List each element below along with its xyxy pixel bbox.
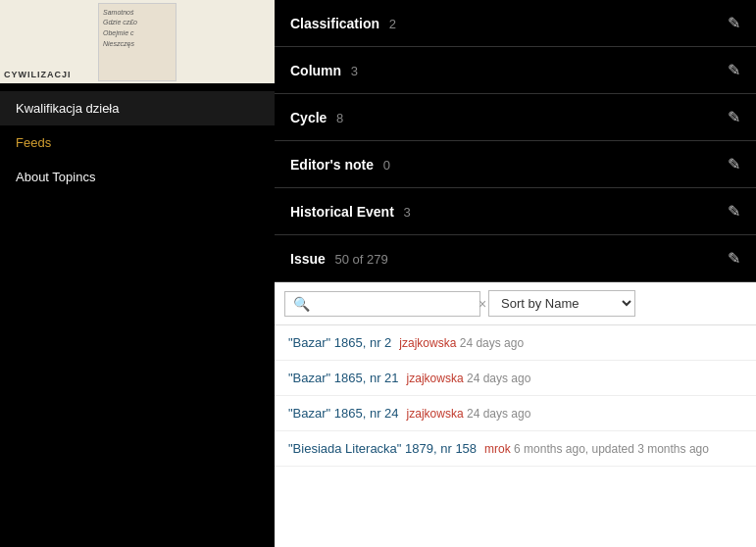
list-item-username: mrok [484,442,511,456]
list-item-meta: jzajkowska 24 days ago [407,407,531,421]
list-item-username: jzajkowska [399,336,456,350]
search-bar: 🔍 × Sort by Name Sort by Date Sort by Co… [275,282,756,325]
classification-row-label-historical-event: Historical Event 3 [290,204,411,220]
book-line-3: Obejmie c [103,28,172,38]
list-item-meta: jzajkowska 24 days ago [407,372,531,385]
edit-icon-cycle[interactable]: ✎ [728,108,740,126]
classification-row-classification[interactable]: Classification 2 ✎ [275,0,756,47]
classification-list: Classification 2 ✎ Column 3 ✎ Cycle 8 ✎ … [275,0,756,282]
list-item[interactable]: "Bazar" 1865, nr 21 jzajkowska 24 days a… [275,361,756,396]
classification-row-label-editors-note: Editor's note 0 [290,157,390,173]
list-item[interactable]: "Bazar" 1865, nr 24 jzajkowska 24 days a… [275,396,756,431]
list-item-time: 24 days ago [467,372,530,385]
sort-select[interactable]: Sort by Name Sort by Date Sort by Count [488,290,635,317]
list-item-time: 24 days ago [467,407,530,421]
classification-row-column[interactable]: Column 3 ✎ [275,47,756,94]
list-item-meta: mrok 6 months ago, updated 3 months ago [484,442,709,456]
book-cover: Samotnoś Gdzie cz£o Obejmie c Nieszczęs … [0,0,275,83]
list-item[interactable]: "Biesiada Literacka" 1879, nr 158 mrok 6… [275,431,756,467]
sidebar-item-about[interactable]: About Topincs [0,160,275,194]
edit-icon-issue[interactable]: ✎ [728,249,740,268]
list-item-time: 6 months ago, updated 3 months ago [514,442,709,456]
list-item-title: "Bazar" 1865, nr 24 [288,406,399,421]
classification-row-historical-event[interactable]: Historical Event 3 ✎ [275,188,756,235]
classification-row-cycle[interactable]: Cycle 8 ✎ [275,94,756,141]
edit-icon-column[interactable]: ✎ [728,61,740,79]
list-item-meta: jzajkowska 24 days ago [399,336,524,350]
list-item-username: jzajkowska [407,407,464,421]
edit-icon-editors-note[interactable]: ✎ [728,155,740,174]
list-item[interactable]: "Bazar" 1865, nr 2 jzajkowska 24 days ag… [275,325,756,361]
list-item-time: 24 days ago [460,336,524,350]
search-clear-icon[interactable]: × [479,296,486,312]
book-line-2: Gdzie cz£o [103,18,172,27]
main-content: Classification 2 ✎ Column 3 ✎ Cycle 8 ✎ … [275,0,756,547]
sidebar-nav: Kwalifikacja dzieła Feeds About Topincs [0,83,275,202]
search-input-wrapper[interactable]: 🔍 × [284,291,480,317]
sidebar-item-feeds[interactable]: Feeds [0,125,275,160]
edit-icon-classification[interactable]: ✎ [728,14,740,32]
list-item-title: "Bazar" 1865, nr 2 [288,335,391,350]
items-area: 🔍 × Sort by Name Sort by Date Sort by Co… [275,282,756,547]
search-input[interactable] [314,296,479,311]
classification-row-label-issue: Issue 50 of 279 [290,251,388,267]
edit-icon-historical-event[interactable]: ✎ [728,202,740,221]
classification-row-issue[interactable]: Issue 50 of 279 ✎ [275,235,756,282]
classification-row-label-cycle: Cycle 8 [290,110,343,125]
search-icon: 🔍 [293,296,310,312]
sidebar: Samotnoś Gdzie cz£o Obejmie c Nieszczęs … [0,0,275,547]
book-cover-label: CYWILIZACJI [4,70,72,79]
list-item-title: "Bazar" 1865, nr 21 [288,371,399,385]
list-item-title: "Biesiada Literacka" 1879, nr 158 [288,441,477,456]
items-list: "Bazar" 1865, nr 2 jzajkowska 24 days ag… [275,325,756,467]
book-cover-image: Samotnoś Gdzie cz£o Obejmie c Nieszczęs [98,3,176,81]
classification-row-label-column: Column 3 [290,63,358,78]
classification-row-editors-note[interactable]: Editor's note 0 ✎ [275,141,756,188]
list-item-username: jzajkowska [407,372,464,385]
book-line-4: Nieszczęs [103,39,172,49]
book-line-1: Samotnoś [103,8,172,18]
classification-row-label: Classification 2 [290,16,396,31]
sidebar-item-kwalifikacja[interactable]: Kwalifikacja dzieła [0,91,275,125]
